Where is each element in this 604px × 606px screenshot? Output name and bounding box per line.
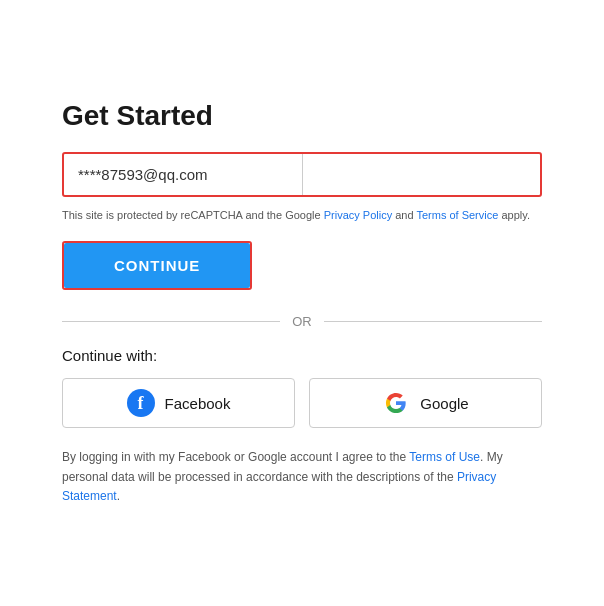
google-icon	[382, 389, 410, 417]
recaptcha-notice: This site is protected by reCAPTCHA and …	[62, 207, 542, 224]
terms-of-use-link[interactable]: Terms of Use	[409, 450, 480, 464]
google-label: Google	[420, 395, 468, 412]
facebook-button[interactable]: f Facebook	[62, 378, 295, 428]
or-text: OR	[292, 314, 312, 329]
bottom-terms-text: By logging in with my Facebook or Google…	[62, 448, 542, 506]
main-container: Get Started This site is protected by re…	[62, 80, 542, 526]
google-button[interactable]: Google	[309, 378, 542, 428]
facebook-icon: f	[127, 389, 155, 417]
email-input[interactable]	[64, 154, 302, 195]
email-input-wrapper	[62, 152, 542, 197]
privacy-policy-link[interactable]: Privacy Policy	[324, 209, 392, 221]
terms-of-service-link[interactable]: Terms of Service	[416, 209, 498, 221]
continue-button-wrapper: CONTINUE	[62, 241, 252, 290]
divider-line-left	[62, 321, 280, 322]
continue-button[interactable]: CONTINUE	[64, 243, 250, 288]
social-buttons: f Facebook Google	[62, 378, 542, 428]
email-input-second[interactable]	[302, 154, 541, 195]
divider-line-right	[324, 321, 542, 322]
continue-with-label: Continue with:	[62, 347, 542, 364]
or-divider: OR	[62, 314, 542, 329]
page-title: Get Started	[62, 100, 542, 132]
facebook-label: Facebook	[165, 395, 231, 412]
